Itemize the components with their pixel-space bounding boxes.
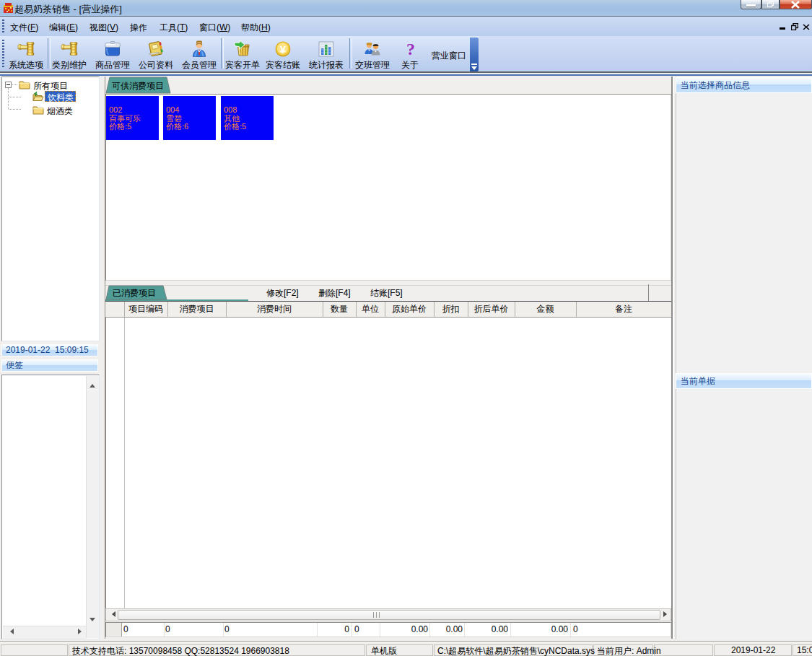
svg-text:¥: ¥ bbox=[280, 43, 287, 56]
svg-text:?: ? bbox=[406, 40, 415, 58]
